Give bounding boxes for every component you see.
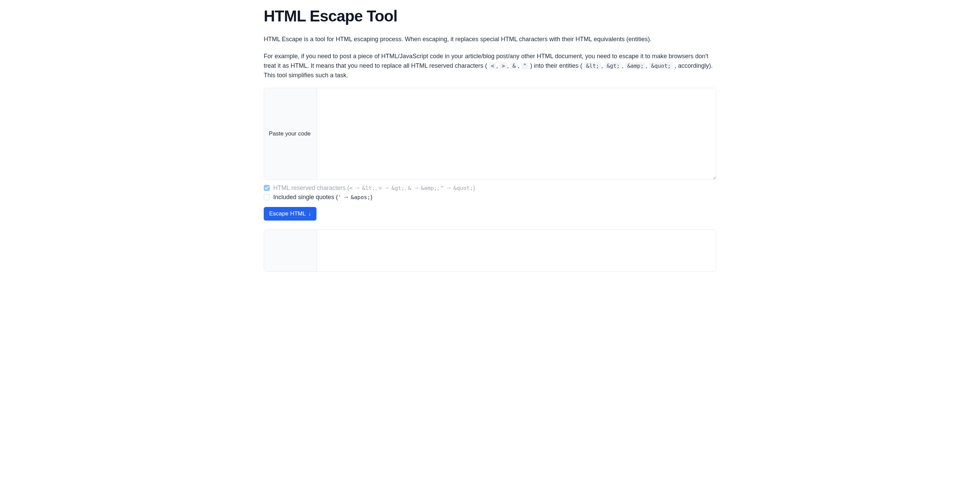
input-row: Paste your code — [264, 88, 716, 180]
code-gt: > — [500, 62, 507, 70]
escape-button-label: Escape HTML — [269, 210, 306, 217]
entity-amp: &amp; — [625, 62, 646, 70]
page-title: HTML Escape Tool — [264, 7, 716, 25]
code-amp: & — [511, 62, 518, 70]
example-paragraph: For example, if you need to post a piece… — [264, 52, 716, 80]
check-icon — [265, 186, 269, 189]
code-lt: < — [489, 62, 496, 70]
code-quot: " — [521, 62, 529, 70]
arrow-down-icon: ↓ — [309, 211, 311, 216]
entity-quot: &quot; — [649, 62, 673, 70]
example-text-mid: ) into their entities ( — [530, 62, 582, 69]
checkbox-single-quotes[interactable] — [264, 194, 270, 200]
option-reserved: HTML reserved characters (< → &lt;, > → … — [264, 185, 716, 192]
output-row — [264, 229, 716, 272]
option-single-quotes: Included single quotes (' → &apos;) — [264, 194, 716, 201]
option-reserved-label: HTML reserved characters (< → &lt;, > → … — [273, 185, 475, 192]
input-label: Paste your code — [264, 88, 317, 180]
option-single-quotes-label: Included single quotes (' → &apos;) — [273, 194, 372, 201]
checkbox-reserved — [264, 185, 270, 191]
intro-paragraph: HTML Escape is a tool for HTML escaping … — [264, 35, 716, 44]
entity-gt: &gt; — [605, 62, 622, 70]
options-group: HTML reserved characters (< → &lt;, > → … — [264, 185, 716, 201]
code-output[interactable] — [317, 230, 716, 271]
entity-lt: &lt; — [584, 62, 601, 70]
code-input[interactable] — [317, 88, 716, 180]
output-label — [264, 230, 317, 271]
escape-button[interactable]: Escape HTML ↓ — [264, 207, 317, 221]
